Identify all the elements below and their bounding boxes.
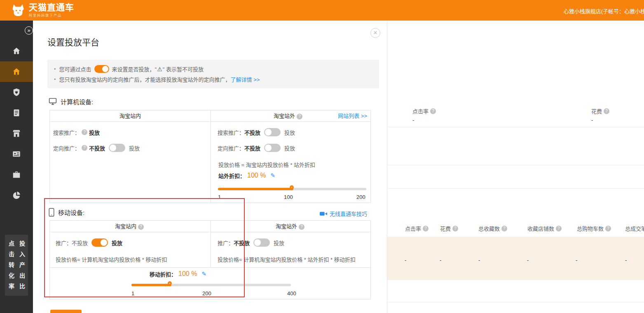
metric-roi: 投入产出比 <box>19 241 25 296</box>
document-icon <box>12 108 21 117</box>
offsite-discount-row: 站外折扣： 100 % ✎ <box>218 171 275 180</box>
brand-logo: 天猫直通车 阿里妈妈旗下产品 <box>11 2 74 17</box>
computer-section-header: 计算机设备: <box>49 97 93 106</box>
sidebar-item-toolbox[interactable] <box>0 164 33 185</box>
platform-settings-modal: ✕ 设置投放平台 您可通过点击 来设置是否投放，" ⚠ " 表示暂不可投放 您只… <box>33 21 387 313</box>
save-button[interactable] <box>50 310 82 313</box>
sidebar: » 点击转化率 <box>0 21 33 313</box>
question-icon[interactable] <box>452 226 458 231</box>
sidebar-item-home[interactable] <box>0 41 33 61</box>
mobile-onsite-price-formula: 投放价格= 计算机淘宝站内投放价格 * 移动折扣 <box>56 255 167 263</box>
slider-mid-label: 200 <box>202 290 211 297</box>
report-value: - <box>625 257 627 263</box>
sidebar-item-campaign[interactable] <box>0 61 33 82</box>
mobile-discount-slider[interactable] <box>131 284 291 286</box>
question-icon[interactable] <box>299 224 304 230</box>
summary-cost-label: 花费 <box>591 107 602 115</box>
computer-offsite-target-toggle[interactable] <box>264 144 281 152</box>
column-divider <box>211 110 211 203</box>
offsite-discount-slider[interactable] <box>218 188 366 190</box>
onsite-header-label: 淘宝站内 <box>119 113 141 119</box>
close-icon[interactable]: ✕ <box>370 28 380 38</box>
question-icon[interactable] <box>430 108 436 114</box>
sidebar-item-data[interactable] <box>0 185 33 206</box>
slider-max-label: 200 <box>356 194 365 200</box>
sidebar-item-shop[interactable] <box>0 123 33 144</box>
mobile-offsite-promo-toggle[interactable] <box>253 238 270 247</box>
offsite-price-formula: 投放价格 = 淘宝站内投放价格 * 站外折扣 <box>218 161 315 168</box>
sidebar-expand-button[interactable]: » <box>25 26 33 35</box>
question-icon[interactable] <box>605 226 611 231</box>
onsite-header-label: 淘宝站内 <box>115 223 136 229</box>
id-card-icon <box>12 149 21 159</box>
edit-icon[interactable]: ✎ <box>270 172 275 179</box>
report-favorites-label: 总收藏数 <box>478 224 500 232</box>
row-divider <box>50 267 370 268</box>
computer-table-header: 淘宝站内 淘宝站外 网站列表 >> <box>50 110 370 122</box>
question-icon[interactable] <box>604 108 609 114</box>
slider-min-label: 1 <box>218 194 221 200</box>
tip1-mid-text: 来设置是否投放，" <box>112 65 157 73</box>
mobile-offsite-price-formula: 投放价格= 计算机淘宝站内投放价格 * 站外折扣 * 移动折扣 <box>218 255 356 263</box>
tip-line-1: 您可通过点击 来设置是否投放，" ⚠ " 表示暂不可投放 <box>54 64 372 74</box>
report-header-cost: 花费 <box>440 224 460 232</box>
report-value: - <box>576 257 577 263</box>
target-promo-on-option: 投放 <box>284 144 295 152</box>
question-icon[interactable] <box>138 224 144 230</box>
computer-onsite-target-toggle[interactable] <box>109 144 125 152</box>
summary-header-cost: 花费 <box>591 107 611 115</box>
report-carts-label: 总购物车数 <box>577 224 604 232</box>
top-header: 天猫直通车 阿里妈妈旗下产品 心雅小栈旗舰店(子帐号：心雅小栈 <box>0 0 644 21</box>
question-icon[interactable] <box>423 226 429 231</box>
search-promo-on-option: 投放 <box>284 128 295 136</box>
mobile-platform-table: 淘宝站内 淘宝站外 推广： 不投放 投放 投放价格= 计算机淘宝站内投放价格 *… <box>49 220 371 299</box>
sidebar-item-report[interactable] <box>0 103 33 123</box>
target-promo-label: 定向推广： <box>218 144 244 152</box>
target-promo-state: 不投放 <box>89 144 105 152</box>
question-icon[interactable] <box>556 226 562 231</box>
column-header-taobao-onsite: 淘宝站内 <box>50 221 211 232</box>
report-data-row <box>387 237 644 280</box>
computer-onsite-target-row: 定向推广： 不投放 投放 <box>53 143 140 152</box>
search-promo-state: 不投放 <box>244 128 260 136</box>
report-shops-label: 收藏店铺数 <box>527 224 554 232</box>
monitor-icon <box>49 98 57 105</box>
edit-icon[interactable]: ✎ <box>201 271 206 277</box>
tip2-text: 您只有投放淘宝站内的定向推广后，才能选择投放淘宝站外的定向推广， <box>59 75 231 83</box>
target-promo-label: 定向推广： <box>53 144 80 152</box>
computer-section-title: 计算机设备: <box>61 97 93 106</box>
column-divider <box>211 221 211 267</box>
video-icon <box>320 211 327 216</box>
wireless-tips-link[interactable]: 无线直通车技巧 <box>320 210 367 217</box>
report-header-total-carts: 总购物车数 <box>577 224 613 232</box>
question-icon[interactable] <box>297 114 302 119</box>
learn-more-link[interactable]: 了解详情 >> <box>231 75 260 83</box>
target-promo-state: 不投放 <box>244 144 260 152</box>
sidebar-item-favorites[interactable] <box>0 82 33 103</box>
wireless-tips-label: 无线直通车技巧 <box>330 210 367 217</box>
summary-ctr-label: 点击率 <box>412 107 429 115</box>
summary-value-ctr: - <box>412 117 414 123</box>
question-icon[interactable] <box>82 145 87 151</box>
mobile-onsite-promo-toggle[interactable] <box>91 238 108 247</box>
offsite-discount-label: 站外折扣： <box>218 172 245 180</box>
site-list-link[interactable]: 网站列表 >> <box>338 110 367 122</box>
offsite-header-label: 淘宝站外 <box>276 223 297 229</box>
slider-max-label: 400 <box>287 290 296 297</box>
phone-icon <box>49 208 54 217</box>
slider-handle[interactable] <box>168 281 172 285</box>
sidebar-item-account-card[interactable] <box>0 144 33 164</box>
mobile-table-header: 淘宝站内 淘宝站外 <box>50 221 370 232</box>
mobile-discount-value: 100 % <box>178 270 197 278</box>
tip1-end-text: " 表示暂不可投放 <box>163 65 204 73</box>
divider-line <box>387 127 644 127</box>
question-icon[interactable] <box>82 129 87 135</box>
report-header-favorited-shops: 收藏店铺数 <box>527 224 563 232</box>
computer-offsite-search-toggle[interactable] <box>264 128 281 136</box>
brand-subtitle: 阿里妈妈旗下产品 <box>29 13 74 17</box>
report-ctr-label: 点击率 <box>405 224 421 232</box>
column-header-taobao-onsite: 淘宝站内 <box>50 110 211 122</box>
slider-handle[interactable] <box>290 185 294 189</box>
example-toggle <box>94 65 109 73</box>
question-icon[interactable] <box>501 226 507 231</box>
